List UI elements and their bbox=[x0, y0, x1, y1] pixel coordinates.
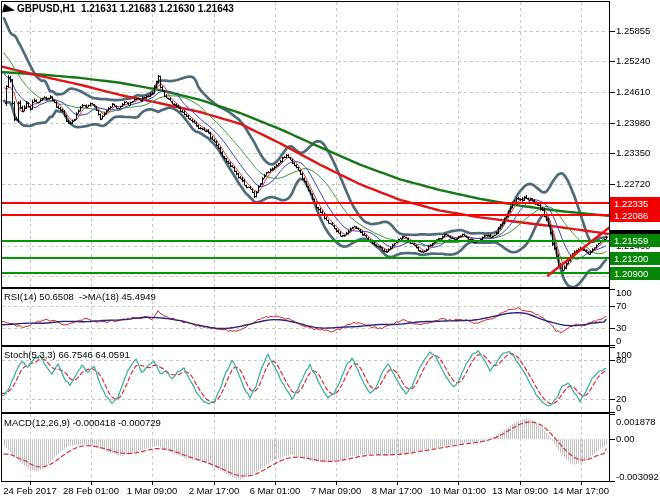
stoch-tick-label: 80 bbox=[616, 354, 660, 365]
chart-title: GBPUSD,H1 1.21631 1.21683 1.21630 1.2164… bbox=[17, 3, 234, 14]
price-badge-resistance: 1.22086 bbox=[610, 209, 660, 222]
mt4-chart-window: GBPUSD,H1 1.21631 1.21683 1.21630 1.2164… bbox=[0, 0, 660, 500]
price-tick-label: 1.25855 bbox=[616, 25, 660, 36]
stoch-indicator-label: Stoch(5,3,3) 66.7546 64.0591 bbox=[4, 349, 130, 360]
price-tick-label: 1.23980 bbox=[616, 117, 660, 128]
price-badge-support: 1.21200 bbox=[610, 252, 660, 265]
macd-indicator-label: MACD(12,26,9) -0.000418 -0.000729 bbox=[4, 417, 161, 428]
price-badge-support: 1.21559 bbox=[610, 234, 660, 247]
rsi-tick-label: 70 bbox=[616, 300, 660, 311]
stoch-tick-label: 0 bbox=[616, 402, 660, 413]
rsi-tick-label: 100 bbox=[616, 287, 660, 298]
rsi-tick-label: 30 bbox=[616, 322, 660, 333]
macd-tick-label: -0.003092 bbox=[616, 471, 660, 482]
time-tick-label: 14 Mar 17:00 bbox=[539, 485, 623, 496]
rsi-indicator-label: RSI(14) 50.6508 ->MA(18) 45.4949 bbox=[4, 291, 156, 302]
macd-tick-label: 0.00 bbox=[616, 433, 660, 444]
price-badge-support: 1.20900 bbox=[610, 267, 660, 280]
price-badge-resistance: 1.22335 bbox=[610, 197, 660, 210]
price-tick-label: 1.25240 bbox=[616, 55, 660, 66]
price-tick-label: 1.23350 bbox=[616, 147, 660, 158]
price-tick-label: 1.22720 bbox=[616, 178, 660, 189]
price-tick-label: 1.24610 bbox=[616, 86, 660, 97]
macd-tick-label: 0.001878 bbox=[616, 416, 660, 427]
rsi-tick-label: 0 bbox=[616, 335, 660, 346]
